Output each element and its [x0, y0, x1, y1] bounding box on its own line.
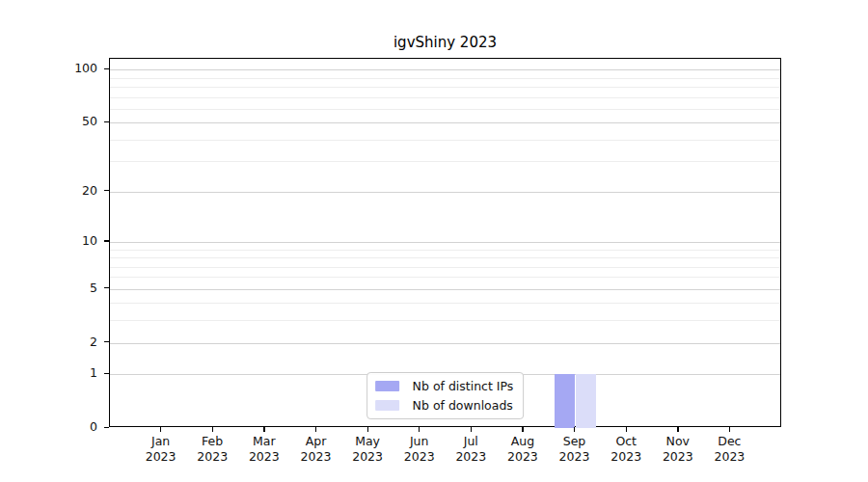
y-tick-50: [104, 121, 109, 122]
legend-label-1: Nb of downloads: [413, 398, 513, 413]
x-tick-jan-2023: [160, 427, 161, 432]
y-tick-label-1: 1: [59, 365, 97, 381]
gridline-minor-3: [110, 320, 780, 321]
chart-title: igvShiny 2023: [109, 34, 781, 51]
gridline-minor-9: [110, 250, 780, 251]
legend-swatch-0: [375, 381, 399, 391]
gridline-minor-70: [110, 97, 780, 98]
gridline-major-10: [110, 242, 780, 243]
legend-label-0: Nb of distinct IPs: [413, 379, 514, 393]
x-tick-nov-2023: [677, 427, 678, 432]
gridline-major-20: [110, 192, 780, 193]
y-tick-label-20: 20: [59, 183, 97, 199]
plot-area: Nb of distinct IPsNb of downloads: [109, 58, 781, 427]
gridline-minor-30: [110, 161, 780, 162]
y-tick-100: [104, 68, 109, 69]
y-tick-label-50: 50: [59, 114, 97, 129]
y-tick-1: [104, 373, 109, 374]
gridline-major-100: [110, 69, 780, 70]
figure: igvShiny 2023 Nb of distinct IPsNb of do…: [0, 0, 868, 482]
gridline-minor-8: [110, 257, 780, 258]
gridline-minor-4: [110, 303, 780, 304]
x-tick-feb-2023: [212, 427, 213, 432]
y-tick-0: [104, 427, 109, 428]
legend-entry-0: Nb of distinct IPs: [375, 379, 514, 393]
gridline-minor-60: [110, 109, 780, 110]
y-tick-10: [104, 240, 109, 241]
legend: Nb of distinct IPsNb of downloads: [366, 372, 525, 419]
x-tick-jul-2023: [471, 427, 472, 432]
x-tick-oct-2023: [626, 427, 627, 432]
x-tick-dec-2023: [729, 427, 730, 432]
y-tick-label-0: 0: [59, 419, 97, 435]
x-tick-label-dec-2023: Dec2023: [691, 434, 768, 465]
y-tick-label-100: 100: [59, 61, 97, 76]
gridline-major-5: [110, 289, 780, 290]
y-tick-5: [104, 287, 109, 288]
bar-nb-of-distinct-ips-sep-2023: [555, 374, 575, 428]
x-tick-may-2023: [367, 427, 368, 432]
legend-swatch-1: [375, 400, 399, 411]
gridline-minor-7: [110, 267, 780, 268]
x-tick-aug-2023: [522, 427, 523, 432]
x-tick-jun-2023: [419, 427, 420, 432]
x-tick-sep-2023: [574, 427, 575, 432]
x-tick-mar-2023: [263, 427, 264, 432]
gridline-major-50: [110, 122, 780, 123]
legend-entry-1: Nb of downloads: [375, 398, 514, 413]
y-tick-2: [104, 341, 109, 342]
bar-nb-of-downloads-sep-2023: [576, 374, 596, 428]
gridline-minor-6: [110, 277, 780, 278]
gridline-major-2: [110, 343, 780, 344]
gridline-minor-90: [110, 78, 780, 79]
x-tick-apr-2023: [315, 427, 316, 432]
y-tick-20: [104, 190, 109, 191]
y-tick-label-10: 10: [59, 233, 97, 249]
y-tick-label-2: 2: [59, 335, 97, 350]
gridline-minor-80: [110, 87, 780, 88]
y-tick-label-5: 5: [59, 281, 97, 296]
gridline-minor-40: [110, 140, 780, 141]
